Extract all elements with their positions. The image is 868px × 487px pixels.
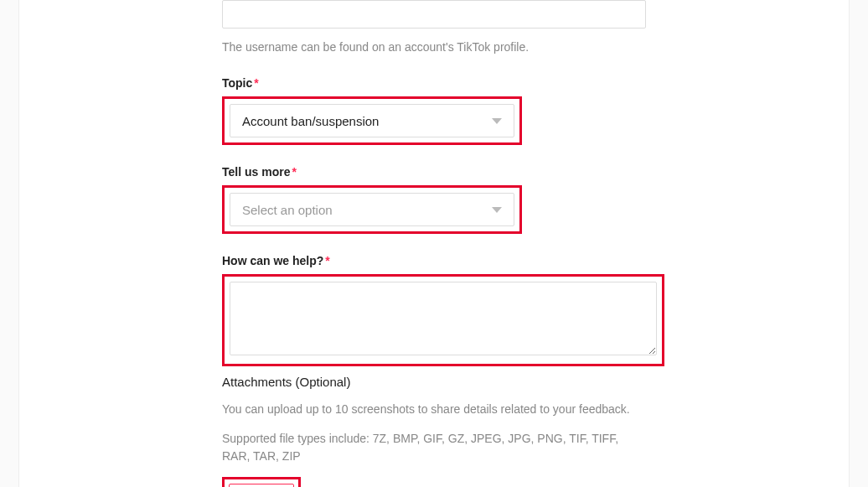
- required-marker: *: [292, 165, 296, 179]
- how-help-textarea[interactable]: [230, 282, 657, 355]
- username-input[interactable]: [222, 0, 646, 28]
- tell-us-more-label: Tell us more*: [222, 165, 646, 179]
- tell-us-more-highlight: Select an option: [222, 185, 522, 234]
- required-marker: *: [325, 254, 329, 267]
- attachments-info-2: Supported file types include: 7Z, BMP, G…: [222, 430, 646, 465]
- how-help-highlight: [222, 274, 664, 366]
- tell-us-more-placeholder: Select an option: [242, 203, 492, 217]
- topic-highlight: Account ban/suspension: [222, 96, 522, 145]
- chevron-down-icon: [492, 207, 502, 213]
- chevron-down-icon: [492, 118, 502, 124]
- how-help-label: How can we help?*: [222, 254, 646, 267]
- upload-button[interactable]: Upload: [229, 484, 294, 487]
- attachments-heading: Attachments (Optional): [222, 375, 646, 389]
- upload-highlight: Upload: [222, 477, 301, 487]
- required-marker: *: [254, 76, 258, 90]
- form-card: The username can be found on an account'…: [18, 0, 850, 487]
- tell-us-more-select[interactable]: Select an option: [230, 193, 514, 226]
- topic-select-value: Account ban/suspension: [242, 114, 492, 128]
- topic-label: Topic*: [222, 76, 646, 90]
- topic-select[interactable]: Account ban/suspension: [230, 104, 514, 137]
- attachments-info-1: You can upload up to 10 screenshots to s…: [222, 401, 646, 418]
- username-help-text: The username can be found on an account'…: [222, 39, 646, 56]
